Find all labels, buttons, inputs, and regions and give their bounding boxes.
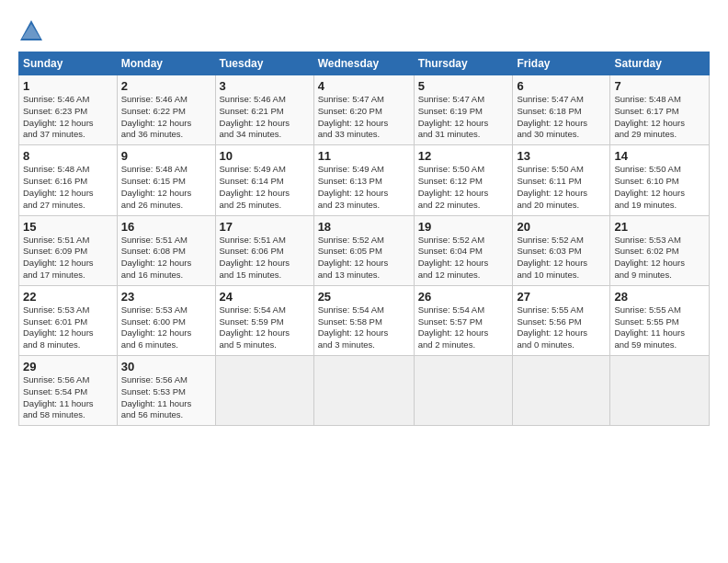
calendar-cell: 5Sunrise: 5:47 AMSunset: 6:19 PMDaylight… xyxy=(414,75,513,145)
day-number: 23 xyxy=(121,290,211,304)
day-detail: Sunrise: 5:52 AMSunset: 6:05 PMDaylight:… xyxy=(318,235,410,282)
calendar-cell: 25Sunrise: 5:54 AMSunset: 5:58 PMDayligh… xyxy=(313,285,414,355)
day-number: 5 xyxy=(418,79,509,93)
day-detail: Sunrise: 5:46 AMSunset: 6:21 PMDaylight:… xyxy=(220,94,310,141)
header xyxy=(18,15,710,44)
calendar-cell: 12Sunrise: 5:50 AMSunset: 6:12 PMDayligh… xyxy=(414,145,513,215)
day-detail: Sunrise: 5:55 AMSunset: 5:56 PMDaylight:… xyxy=(517,304,606,351)
calendar-cell: 2Sunrise: 5:46 AMSunset: 6:22 PMDaylight… xyxy=(117,75,215,145)
day-detail: Sunrise: 5:49 AMSunset: 6:14 PMDaylight:… xyxy=(220,164,310,211)
day-number: 30 xyxy=(121,360,211,373)
calendar-cell: 6Sunrise: 5:47 AMSunset: 6:18 PMDaylight… xyxy=(513,75,610,145)
day-detail: Sunrise: 5:51 AMSunset: 6:06 PMDaylight:… xyxy=(220,235,310,282)
calendar-cell: 15Sunrise: 5:51 AMSunset: 6:09 PMDayligh… xyxy=(19,215,118,285)
calendar-cell: 24Sunrise: 5:54 AMSunset: 5:59 PMDayligh… xyxy=(215,285,313,355)
day-number: 22 xyxy=(23,290,113,304)
day-number: 14 xyxy=(614,149,705,163)
day-number: 24 xyxy=(220,290,310,304)
day-number: 4 xyxy=(318,79,410,93)
day-number: 11 xyxy=(318,149,410,163)
day-detail: Sunrise: 5:55 AMSunset: 5:55 PMDaylight:… xyxy=(614,304,705,351)
day-number: 13 xyxy=(517,149,606,163)
calendar-header-monday: Monday xyxy=(117,52,215,75)
day-detail: Sunrise: 5:50 AMSunset: 6:12 PMDaylight:… xyxy=(418,164,509,211)
day-number: 19 xyxy=(418,220,509,234)
calendar-cell: 13Sunrise: 5:50 AMSunset: 6:11 PMDayligh… xyxy=(513,145,610,215)
calendar-cell: 4Sunrise: 5:47 AMSunset: 6:20 PMDaylight… xyxy=(313,75,414,145)
day-detail: Sunrise: 5:47 AMSunset: 6:18 PMDaylight:… xyxy=(517,94,606,141)
calendar-cell: 1Sunrise: 5:46 AMSunset: 6:23 PMDaylight… xyxy=(19,75,118,145)
day-detail: Sunrise: 5:53 AMSunset: 6:01 PMDaylight:… xyxy=(23,304,113,351)
calendar-cell: 23Sunrise: 5:53 AMSunset: 6:00 PMDayligh… xyxy=(117,285,215,355)
calendar-cell: 26Sunrise: 5:54 AMSunset: 5:57 PMDayligh… xyxy=(414,285,513,355)
calendar-cell xyxy=(610,356,710,426)
day-number: 8 xyxy=(23,149,113,163)
day-detail: Sunrise: 5:50 AMSunset: 6:10 PMDaylight:… xyxy=(614,164,705,211)
day-number: 21 xyxy=(614,220,705,234)
day-number: 12 xyxy=(418,149,509,163)
day-detail: Sunrise: 5:46 AMSunset: 6:22 PMDaylight:… xyxy=(121,94,211,141)
calendar-cell: 11Sunrise: 5:49 AMSunset: 6:13 PMDayligh… xyxy=(313,145,414,215)
calendar-cell: 7Sunrise: 5:48 AMSunset: 6:17 PMDaylight… xyxy=(610,75,710,145)
day-number: 6 xyxy=(517,79,606,93)
day-detail: Sunrise: 5:54 AMSunset: 5:58 PMDaylight:… xyxy=(318,304,410,351)
calendar-table: SundayMondayTuesdayWednesdayThursdayFrid… xyxy=(18,52,710,426)
calendar-cell: 17Sunrise: 5:51 AMSunset: 6:06 PMDayligh… xyxy=(215,215,313,285)
calendar-cell: 30Sunrise: 5:56 AMSunset: 5:53 PMDayligh… xyxy=(117,356,215,426)
calendar-cell xyxy=(313,356,414,426)
day-detail: Sunrise: 5:53 AMSunset: 6:00 PMDaylight:… xyxy=(121,304,211,351)
calendar-cell: 8Sunrise: 5:48 AMSunset: 6:16 PMDaylight… xyxy=(19,145,118,215)
calendar-header-wednesday: Wednesday xyxy=(313,52,414,75)
day-detail: Sunrise: 5:53 AMSunset: 6:02 PMDaylight:… xyxy=(614,235,705,282)
calendar-header-thursday: Thursday xyxy=(414,52,513,75)
calendar-week-row: 29Sunrise: 5:56 AMSunset: 5:54 PMDayligh… xyxy=(19,356,710,426)
calendar-cell: 27Sunrise: 5:55 AMSunset: 5:56 PMDayligh… xyxy=(513,285,610,355)
calendar-header-saturday: Saturday xyxy=(610,52,710,75)
calendar-cell: 3Sunrise: 5:46 AMSunset: 6:21 PMDaylight… xyxy=(215,75,313,145)
calendar-week-row: 1Sunrise: 5:46 AMSunset: 6:23 PMDaylight… xyxy=(19,75,710,145)
day-detail: Sunrise: 5:54 AMSunset: 5:57 PMDaylight:… xyxy=(418,304,509,351)
day-detail: Sunrise: 5:47 AMSunset: 6:20 PMDaylight:… xyxy=(318,94,410,141)
day-detail: Sunrise: 5:48 AMSunset: 6:16 PMDaylight:… xyxy=(23,164,113,211)
day-detail: Sunrise: 5:48 AMSunset: 6:17 PMDaylight:… xyxy=(614,94,705,141)
day-detail: Sunrise: 5:56 AMSunset: 5:54 PMDaylight:… xyxy=(23,374,113,421)
calendar-cell: 20Sunrise: 5:52 AMSunset: 6:03 PMDayligh… xyxy=(513,215,610,285)
day-detail: Sunrise: 5:51 AMSunset: 6:08 PMDaylight:… xyxy=(121,235,211,282)
calendar-week-row: 15Sunrise: 5:51 AMSunset: 6:09 PMDayligh… xyxy=(19,215,710,285)
day-detail: Sunrise: 5:51 AMSunset: 6:09 PMDaylight:… xyxy=(23,235,113,282)
day-number: 29 xyxy=(23,360,113,373)
logo xyxy=(18,18,48,44)
calendar-cell xyxy=(414,356,513,426)
day-detail: Sunrise: 5:46 AMSunset: 6:23 PMDaylight:… xyxy=(23,94,113,141)
calendar-cell: 28Sunrise: 5:55 AMSunset: 5:55 PMDayligh… xyxy=(610,285,710,355)
calendar-cell: 10Sunrise: 5:49 AMSunset: 6:14 PMDayligh… xyxy=(215,145,313,215)
day-detail: Sunrise: 5:52 AMSunset: 6:03 PMDaylight:… xyxy=(517,235,606,282)
day-number: 7 xyxy=(614,79,705,93)
day-number: 28 xyxy=(614,290,705,304)
calendar-cell: 19Sunrise: 5:52 AMSunset: 6:04 PMDayligh… xyxy=(414,215,513,285)
day-detail: Sunrise: 5:47 AMSunset: 6:19 PMDaylight:… xyxy=(418,94,509,141)
calendar-week-row: 8Sunrise: 5:48 AMSunset: 6:16 PMDaylight… xyxy=(19,145,710,215)
day-number: 20 xyxy=(517,220,606,234)
svg-marker-1 xyxy=(22,24,40,39)
calendar-cell: 14Sunrise: 5:50 AMSunset: 6:10 PMDayligh… xyxy=(610,145,710,215)
day-number: 16 xyxy=(121,220,211,234)
day-detail: Sunrise: 5:49 AMSunset: 6:13 PMDaylight:… xyxy=(318,164,410,211)
calendar-cell: 16Sunrise: 5:51 AMSunset: 6:08 PMDayligh… xyxy=(117,215,215,285)
calendar-cell: 21Sunrise: 5:53 AMSunset: 6:02 PMDayligh… xyxy=(610,215,710,285)
calendar-header-row: SundayMondayTuesdayWednesdayThursdayFrid… xyxy=(19,52,710,75)
page: SundayMondayTuesdayWednesdayThursdayFrid… xyxy=(0,0,728,435)
calendar-cell: 18Sunrise: 5:52 AMSunset: 6:05 PMDayligh… xyxy=(313,215,414,285)
calendar-cell xyxy=(215,356,313,426)
day-number: 2 xyxy=(121,79,211,93)
day-number: 25 xyxy=(318,290,410,304)
day-number: 9 xyxy=(121,149,211,163)
day-number: 10 xyxy=(220,149,310,163)
day-number: 1 xyxy=(23,79,113,93)
calendar-header-tuesday: Tuesday xyxy=(215,52,313,75)
calendar-cell: 29Sunrise: 5:56 AMSunset: 5:54 PMDayligh… xyxy=(19,356,118,426)
calendar-cell: 22Sunrise: 5:53 AMSunset: 6:01 PMDayligh… xyxy=(19,285,118,355)
calendar-cell: 9Sunrise: 5:48 AMSunset: 6:15 PMDaylight… xyxy=(117,145,215,215)
day-detail: Sunrise: 5:50 AMSunset: 6:11 PMDaylight:… xyxy=(517,164,606,211)
day-number: 15 xyxy=(23,220,113,234)
